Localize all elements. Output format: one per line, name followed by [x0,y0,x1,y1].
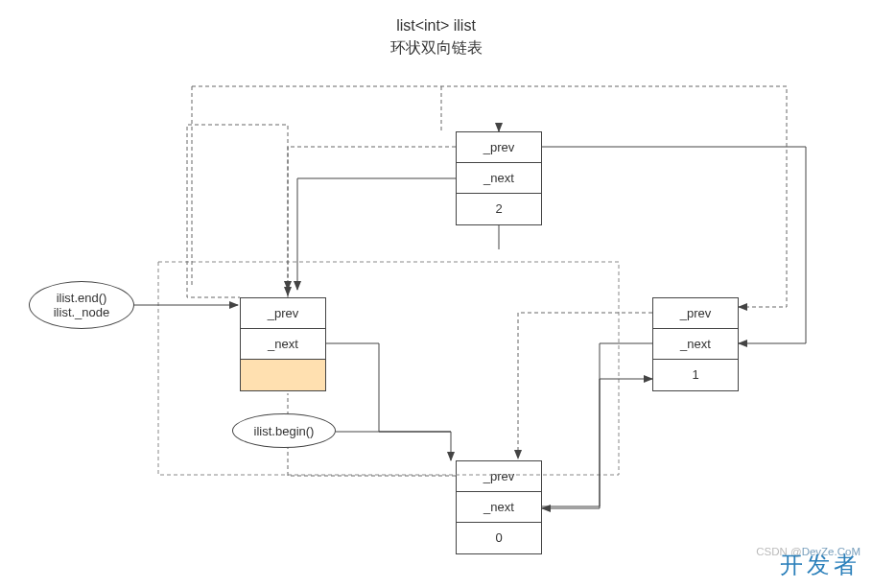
diagram-arrows [0,0,872,588]
label-begin-text: ilist.begin() [254,424,315,438]
node-0-data: 0 [457,523,541,553]
node-1-prev: _prev [653,298,738,329]
label-end-ellipse: ilist.end() ilist._node [29,281,134,329]
diagram-title-line2: 环状双向链表 [390,38,483,59]
node-sentinel-next: _next [241,329,325,360]
node-1-next: _next [653,329,738,360]
node-0: _prev _next 0 [456,460,542,554]
node-2-data: 2 [457,194,541,224]
node-0-prev: _prev [457,461,541,492]
diagram-title-line1: list<int> ilist [396,17,476,35]
label-node-text: ilist._node [54,305,110,319]
node-0-next: _next [457,492,541,523]
node-2-next: _next [457,163,541,194]
node-2-prev: _prev [457,132,541,163]
watermark-brand: 开发者 [780,550,860,580]
node-sentinel: _prev _next [240,297,326,391]
node-1-data: 1 [653,360,738,390]
node-sentinel-data [241,360,325,390]
node-sentinel-prev: _prev [241,298,325,329]
svg-rect-0 [158,262,619,475]
node-1: _prev _next 1 [652,297,739,391]
node-2: _prev _next 2 [456,131,542,225]
label-begin-ellipse: ilist.begin() [232,413,336,448]
label-end-text: ilist.end() [57,291,107,305]
